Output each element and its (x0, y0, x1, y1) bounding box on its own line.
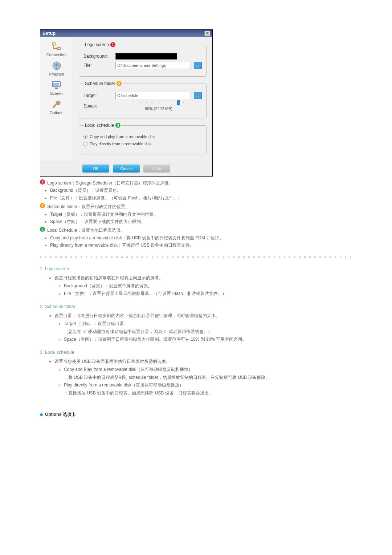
options-tab-label: Options 选项卡 (45, 412, 76, 418)
note-text: Background（背景）：设置背景色。 (50, 187, 352, 194)
legend-label: Schedule folder (85, 81, 115, 86)
target-input[interactable] (115, 92, 191, 99)
apply-button[interactable]: Apply (143, 165, 170, 173)
detail-text: Target（目标）：设置目标目录。 (64, 321, 128, 326)
browse-button[interactable]: ... (194, 92, 202, 99)
section-number: 2 (40, 304, 42, 309)
sidebar-item-connection[interactable]: Connection (46, 41, 67, 57)
target-label: Target: (83, 93, 113, 98)
detail-text: Space（空间）：设置用于日程表的磁盘大小限制。设置范围可在 10% 到 90… (64, 336, 352, 344)
globe-icon (51, 61, 62, 71)
background-label: Background: (83, 54, 113, 59)
section-title: Local schedule (45, 350, 74, 355)
sidebar-item-options[interactable]: Options (50, 99, 64, 115)
sidebar-item-program[interactable]: Program (49, 61, 64, 76)
note-text: Target（目标）：设置屏幕设计文件和内容文件的位置。 (50, 211, 352, 218)
radio-label: Play directly from a removable disk (90, 142, 152, 146)
detail-text: ：直接播放 USB 设备中的日程表。如果您移除 USB 设备，日程表将会退出。 (64, 390, 213, 396)
ok-button[interactable]: OK (82, 165, 109, 173)
detail-text: Play directly from a removable disk（直接从可… (64, 382, 184, 388)
file-input[interactable] (115, 62, 191, 69)
cancel-button[interactable]: Cancel (113, 165, 140, 173)
close-icon[interactable]: ✕ (204, 31, 210, 36)
detail-text: （您应在 D: 驱动器或可移动磁盘中设置目录，因为 C: 驱动器用作系统盘。） (64, 329, 212, 334)
logo-screen-group: Logo screen 1 Background: File: ... (79, 42, 207, 77)
detail-text: Copy and Play from a removable disk（从可移动… (64, 367, 193, 372)
callout-1-icon: 1 (40, 179, 45, 185)
wrench-icon (51, 99, 62, 109)
browse-button[interactable]: ... (194, 62, 202, 69)
note-text: Space（空间）：设置要下载的文件的大小限制。 (50, 218, 352, 225)
radio-label: Copy and play from a removable disk (90, 134, 156, 139)
callout-2-icon: 2 (40, 203, 45, 208)
note-text: Copy and play from a removable disk：将 US… (50, 234, 352, 242)
callout-3-icon: 3 (115, 123, 121, 128)
detail-text: 设置日程安排器的初始屏幕或在日程表之间显示的屏幕。 (54, 274, 352, 282)
dialog-title: Setup (42, 31, 56, 36)
options-tab-heading: Options 选项卡 (40, 412, 352, 418)
legend-label: Local schedule (85, 123, 114, 128)
note-text: Local Schedule：设置本地日程表选项。 (47, 227, 125, 234)
monitor-icon (51, 80, 62, 90)
sidebar-item-label: Connection (46, 53, 67, 57)
section-number: 3 (40, 350, 42, 355)
detail-text: File（文件）：设置在背景上显示的徽标屏幕。（可设置 Flash、相片或影片文… (64, 290, 352, 298)
radio-icon (83, 135, 87, 139)
space-slider[interactable] (128, 101, 189, 104)
dialog-titlebar: Setup ✕ (40, 29, 212, 37)
notes-section: 1Logo screen：Signage Scheduler（日程安排器）程序的… (40, 179, 352, 249)
local-schedule-group: Local schedule 3 Copy and play from a re… (79, 123, 207, 154)
sidebar-item-screen[interactable]: Screen (50, 80, 63, 96)
section-title: Logo screen (45, 266, 69, 271)
callout-1-icon: 1 (110, 42, 115, 47)
background-swatch[interactable] (115, 53, 177, 60)
sidebar-item-label: Program (49, 72, 64, 76)
note-text: Schedule folder：设置日程表文件的位置。 (47, 203, 130, 210)
svg-rect-5 (55, 88, 58, 89)
note-text: Logo screen：Signage Scheduler（日程安排器）程序的主… (47, 179, 173, 187)
file-label: File: (83, 63, 113, 68)
svg-rect-1 (57, 47, 60, 49)
note-text: File（文件）：设置徽标屏幕。（可设置 Flash、相片和影片文件。） (50, 194, 352, 202)
space-value: 80% (2242 MB) (145, 106, 172, 111)
bullet-icon (40, 413, 43, 416)
svg-rect-4 (53, 83, 59, 86)
note-text: Play directly from a removable disk：直接运行… (50, 242, 352, 249)
section-number: 1 (40, 266, 42, 271)
legend-label: Logo screen (85, 42, 109, 47)
detail-text: ：将 USB 设备中的日程表复制到 schedule folder，然后播放复制… (64, 375, 270, 380)
dialog-sidebar: Connection Program Screen Options (40, 37, 73, 161)
radio-play-direct[interactable]: Play directly from a removable disk (83, 142, 202, 146)
connection-icon (51, 41, 62, 52)
callout-2-icon: 2 (117, 81, 122, 86)
sidebar-item-label: Options (50, 110, 64, 115)
detail-text: Background（背景）：设置整个屏幕的背景。 (64, 282, 352, 290)
radio-icon (83, 142, 87, 146)
svg-rect-0 (52, 43, 55, 45)
callout-3-icon: 3 (40, 227, 45, 232)
schedule-folder-group: Schedule folder 2 Target: ... Space: 80%… (79, 81, 207, 118)
detail-text: 设置目录，可将进行日程安排的内容下载至此目录并进行管理，同时管理磁盘的大小。 (54, 312, 352, 320)
space-label: Space: (83, 104, 113, 109)
radio-copy-play[interactable]: Copy and play from a removable disk (83, 134, 202, 139)
divider (40, 256, 352, 258)
detail-text: 设置当您使用 USB 设备而非网络执行日程表时所需的选项。 (54, 358, 352, 366)
detail-section: 1 Logo screen 设置日程安排器的初始屏幕或在日程表之间显示的屏幕。 … (40, 265, 352, 397)
dialog-footer: OK Cancel Apply (40, 161, 212, 176)
sidebar-item-label: Screen (50, 91, 63, 96)
setup-dialog: Setup ✕ Connection Program Screen (40, 29, 213, 177)
section-title: Schedule folder (45, 304, 75, 309)
